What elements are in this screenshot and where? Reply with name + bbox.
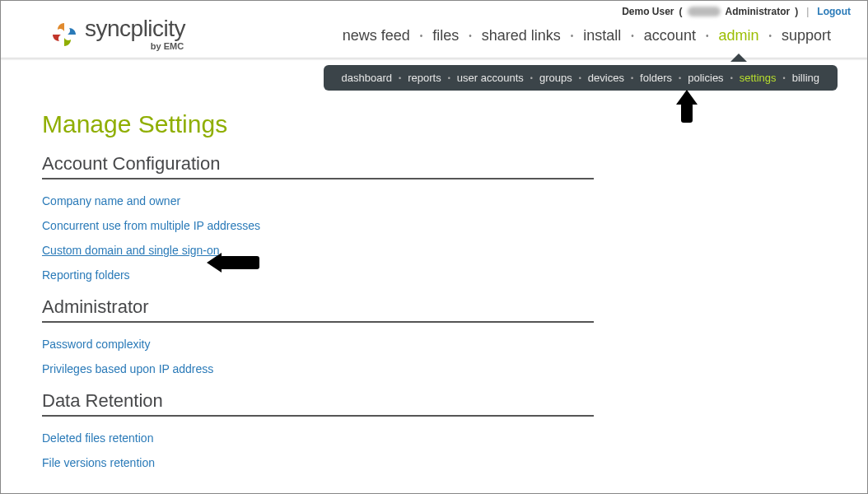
role-text: Administrator: [726, 6, 791, 17]
subnav-folders[interactable]: folders: [640, 72, 672, 84]
subnav-dashboard[interactable]: dashboard: [342, 72, 392, 84]
nav-admin[interactable]: admin: [715, 26, 762, 46]
current-user: Demo User: [622, 6, 674, 17]
role-open-paren: (: [679, 6, 683, 17]
nav-sharedlinks[interactable]: shared links: [478, 26, 564, 46]
logo-icon: [50, 21, 78, 49]
nav-dot: •: [631, 31, 634, 40]
nav-files[interactable]: files: [429, 26, 462, 46]
topbar-separator: |: [806, 6, 809, 17]
page-title: Manage Settings: [42, 110, 594, 138]
account-config-links: Company name and owner Concurrent use fr…: [42, 194, 594, 282]
link-reporting-folders[interactable]: Reporting folders: [42, 268, 130, 282]
link-custom-domain-sso[interactable]: Custom domain and single sign-on: [42, 244, 220, 257]
brand-byline: by EMC: [151, 42, 184, 51]
link-password-complexity[interactable]: Password complexity: [42, 338, 151, 351]
subnav-billing[interactable]: billing: [792, 72, 819, 84]
nav-support[interactable]: support: [778, 26, 834, 46]
logout-link[interactable]: Logout: [817, 6, 851, 17]
nav-install[interactable]: install: [580, 26, 624, 46]
logo-text: syncplicity by EMC: [85, 17, 185, 51]
nav-dot: •: [420, 31, 423, 40]
main-content: Manage Settings Account Configuration Co…: [1, 91, 594, 469]
data-retention-links: Deleted files retention File versions re…: [42, 431, 594, 469]
nav-dot: •: [768, 31, 772, 40]
subnav-container: dashboard • reports • user accounts • gr…: [1, 58, 867, 91]
subnav-policies[interactable]: policies: [688, 72, 723, 84]
nav-dot: •: [706, 31, 709, 40]
section-administrator: Administrator: [42, 296, 594, 323]
administrator-links: Password complexity Privileges based upo…: [42, 338, 594, 375]
subnav-devices[interactable]: devices: [588, 72, 624, 84]
logo[interactable]: syncplicity by EMC: [50, 17, 185, 51]
link-concurrent-ip[interactable]: Concurrent use from multiple IP addresse…: [42, 219, 260, 232]
link-privileges-ip[interactable]: Privileges based upon IP address: [42, 362, 213, 375]
section-account-configuration: Account Configuration: [42, 153, 594, 179]
link-file-versions-retention[interactable]: File versions retention: [42, 456, 155, 469]
link-company-name-owner[interactable]: Company name and owner: [42, 194, 180, 207]
nav-newsfeed[interactable]: news feed: [339, 26, 413, 46]
role-blurred: [688, 7, 721, 16]
main-nav: news feed • files • shared links • insta…: [339, 26, 834, 51]
link-deleted-files-retention[interactable]: Deleted files retention: [42, 431, 153, 445]
subnav-groups[interactable]: groups: [539, 72, 572, 84]
role-close-paren: ): [795, 6, 798, 17]
section-data-retention: Data Retention: [42, 390, 594, 417]
top-user-bar: Demo User ( Administrator ) | Logout: [1, 1, 867, 17]
annotation-arrow-up-icon: [676, 90, 698, 124]
admin-subnav: dashboard • reports • user accounts • gr…: [324, 65, 838, 91]
header: syncplicity by EMC news feed • files • s…: [1, 17, 867, 58]
nav-dot: •: [469, 31, 472, 40]
nav-account[interactable]: account: [641, 26, 699, 46]
brand-name: syncplicity: [85, 17, 185, 40]
nav-dot: •: [571, 31, 574, 40]
subnav-settings[interactable]: settings: [740, 72, 777, 84]
subnav-useraccounts[interactable]: user accounts: [457, 72, 524, 84]
subnav-reports[interactable]: reports: [408, 72, 441, 84]
